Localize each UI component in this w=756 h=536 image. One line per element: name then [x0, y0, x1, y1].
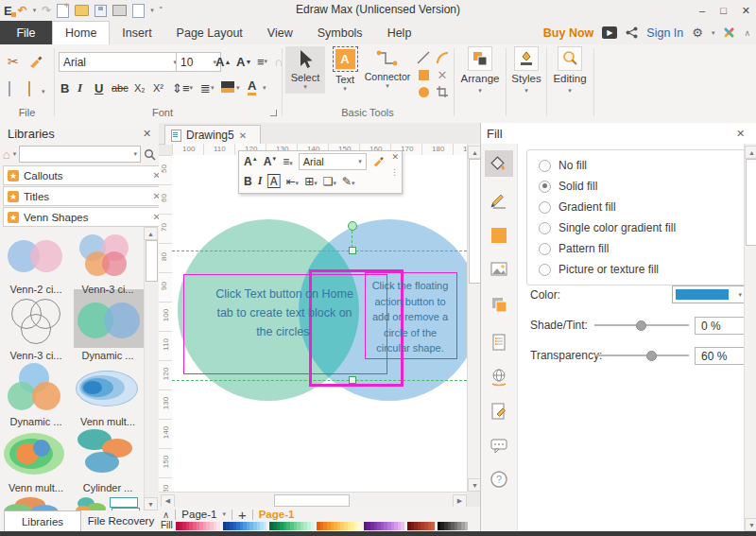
flt-decrease-font-icon[interactable]: A▼ [264, 155, 278, 168]
underline-button[interactable]: U [94, 78, 103, 97]
quick-color-icon[interactable] [490, 226, 508, 245]
shape-venn-multilayer-blue[interactable] [74, 361, 142, 414]
tab-page-layout[interactable]: Page Layout [164, 22, 255, 44]
shape-dynamic-venn-selected[interactable] [74, 295, 142, 348]
fill-panel-scrollbar[interactable]: ▲ ▼ [744, 144, 756, 531]
search-input[interactable]: ▾ [19, 146, 141, 163]
shape-venn2-circles[interactable] [2, 231, 70, 284]
tab-symbols[interactable]: Symbols [305, 22, 375, 44]
home-icon[interactable]: ⌂ [3, 147, 10, 162]
maximize-button[interactable]: □ [720, 5, 727, 16]
select-tool-button[interactable]: Select▾ [285, 46, 325, 94]
shape-cylinder-venn[interactable] [74, 427, 142, 480]
palette-swatch[interactable] [264, 522, 267, 530]
venn-right-text[interactable]: Click the floating action button to add … [368, 278, 453, 356]
library-section-callouts[interactable]: ★ Callouts ✕ [3, 165, 165, 185]
shape-dynamic-venn-3[interactable] [2, 361, 70, 414]
subscript-button[interactable]: X₂ [134, 78, 146, 97]
option-single-color-gradient-fill[interactable]: Single color gradient fill [539, 220, 756, 235]
rectangle-tool-icon[interactable] [416, 67, 431, 82]
flt-bold-icon[interactable]: B [244, 175, 252, 188]
fill-panel-close-icon[interactable]: ✕ [736, 128, 745, 140]
flt-format-painter-icon[interactable] [372, 155, 385, 167]
editing-button[interactable]: Editing▾ [548, 46, 592, 95]
radio-icon[interactable] [539, 264, 551, 276]
comment-icon[interactable] [490, 437, 508, 456]
strikethrough-button[interactable]: abc [112, 78, 129, 97]
option-gradient-fill[interactable]: Gradient fill [539, 199, 756, 215]
color-dropdown-icon[interactable]: ▾ [738, 291, 742, 299]
line-tool-icon[interactable] [416, 50, 431, 65]
radio-icon[interactable] [539, 243, 551, 255]
shape-partial-left[interactable] [2, 495, 70, 510]
palette-swatch[interactable] [431, 522, 435, 530]
flt-font-combo[interactable]: Arial▾ [299, 153, 367, 170]
slider-thumb[interactable] [646, 351, 657, 361]
slider-thumb[interactable] [636, 320, 646, 331]
styles-button[interactable]: Styles▾ [507, 46, 545, 95]
flt-italic-icon[interactable]: I [258, 174, 263, 188]
paste-icon[interactable] [28, 81, 30, 96]
font-color-button[interactable]: A [248, 78, 256, 95]
flt-grid-icon[interactable]: ⊞▾ [304, 175, 318, 188]
tab-insert[interactable]: Insert [110, 22, 163, 44]
picture-icon[interactable] [490, 260, 508, 279]
shade-tint-value[interactable]: 0 % ▲▼ [695, 317, 751, 335]
radio-icon[interactable] [539, 201, 551, 214]
scroll-up-icon[interactable]: ▲ [144, 227, 158, 240]
flt-align-icon[interactable]: ≡▾ [283, 155, 293, 168]
libraries-close-icon[interactable]: ✕ [143, 128, 151, 140]
shade-tint-slider[interactable] [594, 324, 689, 326]
palette-swatch[interactable] [357, 522, 361, 530]
highlight-icon[interactable] [221, 81, 234, 93]
option-picture-texture-fill[interactable]: Picture or texture fill [539, 262, 756, 277]
flt-increase-font-icon[interactable]: A▲ [244, 155, 258, 168]
palette-swatch[interactable] [216, 522, 220, 530]
paste-dropdown-icon[interactable]: ▾ [42, 88, 45, 95]
flt-align-spacing-icon[interactable]: ⇤▾ [286, 175, 300, 188]
transparency-slider[interactable] [594, 354, 689, 356]
text-tool-button[interactable]: A Text▾ [328, 46, 362, 95]
font-dialog-launcher-icon[interactable] [270, 110, 277, 116]
color-picker[interactable]: ▾ [672, 285, 746, 303]
text-align-icon[interactable]: ≡▾ [257, 52, 267, 71]
page-dropdown-icon[interactable]: ▾ [222, 510, 226, 518]
scroll-down-icon[interactable]: ▼ [745, 518, 756, 531]
add-page-button[interactable]: + [238, 507, 247, 523]
scroll-left-icon[interactable]: ◀ [161, 494, 175, 508]
shadow-icon[interactable] [490, 295, 508, 314]
search-icon[interactable] [144, 148, 156, 161]
scrollbar-thumb[interactable] [274, 494, 350, 507]
connector-tool-button[interactable]: Connector▾ [365, 46, 410, 93]
highlight-dropdown-icon[interactable]: ▾ [236, 84, 240, 103]
ellipse-tool-icon[interactable] [416, 84, 431, 99]
minimize-button[interactable]: – [699, 5, 705, 16]
drawing-page[interactable]: Click Text button on Home tab to create … [172, 155, 467, 492]
tab-close-icon[interactable]: ✕ [239, 130, 247, 141]
home-dropdown-icon[interactable]: ▾ [13, 150, 17, 158]
tab-view[interactable]: View [255, 22, 305, 44]
gear-dropdown-icon[interactable]: ▾ [712, 29, 715, 37]
flt-rotate-text-icon[interactable]: 🄰 [267, 175, 280, 188]
flt-close-icon[interactable]: ✕ [391, 152, 399, 162]
transparency-value[interactable]: 60 % ▲▼ [695, 347, 751, 365]
option-solid-fill[interactable]: Solid fill [539, 179, 756, 194]
canvas-horizontal-scrollbar[interactable]: ◀ ▶ [159, 492, 467, 508]
library-scrollbar[interactable]: ▲ ▼ [144, 227, 158, 510]
canvas-vertical-scrollbar[interactable]: ▲ ▼ [467, 144, 481, 492]
document-edit-icon[interactable] [490, 402, 508, 421]
shape-venn3-circles[interactable] [74, 231, 142, 284]
shape-venn3-outline[interactable] [2, 295, 70, 348]
font-color-dropdown-icon[interactable]: ▾ [263, 84, 266, 103]
media-icon[interactable]: ▶ [602, 26, 617, 39]
delete-shape-icon[interactable]: ✕ [435, 67, 450, 82]
decrease-font-icon[interactable]: A▼ [236, 52, 251, 71]
palette-swatch[interactable] [311, 522, 315, 530]
font-size-combo[interactable]: 10▾ [176, 52, 221, 72]
page-dropdown[interactable]: Page-1 [181, 509, 216, 520]
palette-swatch[interactable] [401, 522, 404, 530]
file-recovery-tab[interactable]: File Recovery [83, 510, 159, 530]
superscript-button[interactable]: X² [153, 78, 163, 97]
color-palette[interactable] [176, 522, 459, 530]
arc-tool-icon[interactable] [435, 50, 450, 65]
